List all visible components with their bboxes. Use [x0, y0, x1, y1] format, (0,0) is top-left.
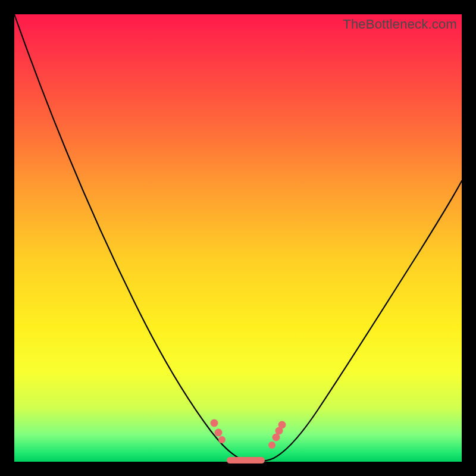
bead-dot [215, 429, 223, 437]
left-branch-curve [14, 14, 257, 462]
bead-dot [218, 436, 226, 443]
bead-dot [268, 441, 275, 449]
right-branch-curve [257, 181, 462, 462]
bead-dot [278, 421, 286, 429]
curve-layer [14, 14, 462, 462]
bead-bar [227, 457, 265, 464]
chart-plot-area: TheBottleneck.com [14, 14, 462, 462]
bead-dot [211, 419, 218, 427]
chart-frame: TheBottleneck.com [0, 0, 476, 476]
